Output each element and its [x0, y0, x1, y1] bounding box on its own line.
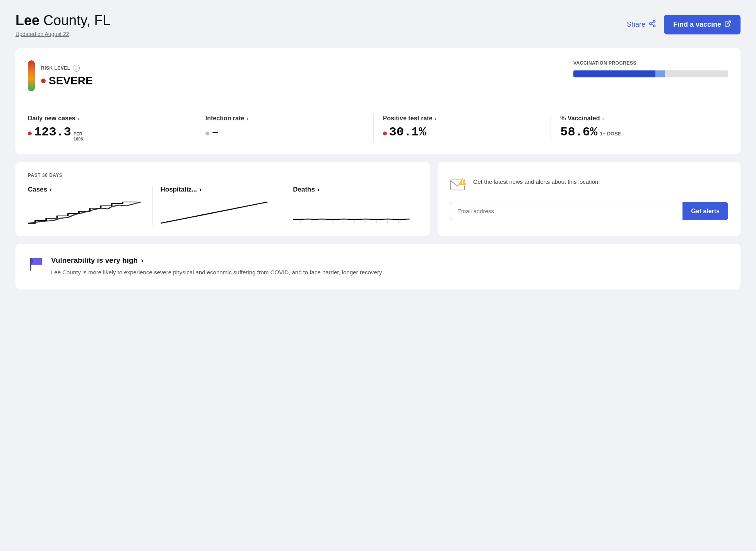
- alerts-description: Get the latest news and alerts about thi…: [473, 178, 600, 187]
- alerts-top: ! Get the latest news and alerts about t…: [450, 178, 728, 194]
- deaths-chart: Deaths ›: [293, 186, 417, 225]
- chevron-right-icon: ›: [50, 186, 52, 193]
- stat-vaccinated: % Vaccinated › 58.6% 1+ DOSE: [560, 115, 728, 142]
- svg-line-6: [161, 202, 267, 223]
- vaccination-label: VACCINATION PROGRESS: [573, 60, 728, 66]
- updated-text: Updated on August 22: [15, 31, 110, 37]
- svg-line-3: [651, 24, 653, 25]
- hospitalizations-chart-label[interactable]: Hospitaliz... ›: [161, 186, 277, 193]
- stat-infection-rate-label[interactable]: Infection rate ›: [205, 115, 364, 122]
- vulnerability-content: Vulnerability is very high › Lee County …: [51, 256, 383, 277]
- past-days-label: PAST 30 DAYS: [28, 173, 417, 178]
- external-link-icon: [724, 20, 731, 29]
- vaccinated-dose: 1+ DOSE: [600, 131, 621, 137]
- vulnerability-card: Vulnerability is very high › Lee County …: [15, 244, 741, 289]
- positive-dot: [383, 132, 387, 135]
- risk-section: RISK LEVEL i SEVERE: [28, 60, 93, 91]
- stat-daily-cases-value-row: 123.3 PER 100K: [28, 125, 186, 142]
- stat-positive-rate: Positive test rate › 30.1%: [383, 115, 551, 142]
- chevron-right-icon: ›: [435, 116, 436, 121]
- cases-chart: Cases ›: [28, 186, 153, 225]
- email-row: Get alerts: [450, 202, 728, 220]
- stat-positive-rate-label[interactable]: Positive test rate ›: [383, 115, 542, 122]
- svg-line-5: [727, 21, 730, 24]
- vaccine-label: Find a vaccine: [673, 21, 721, 29]
- risk-vaccination-row: RISK LEVEL i SEVERE VACCINATION PROGRESS: [28, 60, 728, 91]
- email-alert-icon: !: [450, 178, 467, 194]
- stat-vaccinated-value-row: 58.6% 1+ DOSE: [560, 125, 719, 139]
- hospitalizations-chart: Hospitaliz... ›: [161, 186, 286, 225]
- deaths-chart-label[interactable]: Deaths ›: [293, 186, 410, 193]
- header-right: Share Find a vaccine: [627, 15, 741, 34]
- main-stats-card: RISK LEVEL i SEVERE VACCINATION PROGRESS…: [15, 48, 741, 154]
- divider: [28, 104, 728, 104]
- cases-dot: [28, 132, 32, 135]
- positive-number: 30.1%: [389, 125, 426, 139]
- vaccination-progress-dark: [573, 70, 655, 77]
- infection-number: –: [212, 125, 219, 139]
- location-rest: County, FL: [39, 12, 110, 28]
- risk-label-text: RISK LEVEL: [41, 65, 70, 71]
- hospitalizations-chart-area: [161, 198, 277, 225]
- chevron-right-icon: ›: [78, 116, 79, 121]
- info-icon[interactable]: i: [73, 65, 80, 72]
- chevron-right-icon: ›: [141, 256, 143, 265]
- risk-label: RISK LEVEL i: [41, 65, 93, 72]
- thermometer-icon: [28, 60, 35, 91]
- cases-sub: PER 100K: [74, 132, 84, 142]
- page-header: Lee County, FL Updated on August 22 Shar…: [15, 12, 741, 37]
- risk-dot: [41, 79, 46, 83]
- stat-vaccinated-label[interactable]: % Vaccinated ›: [560, 115, 719, 122]
- svg-rect-20: [30, 258, 31, 271]
- location-bold: Lee: [15, 12, 39, 28]
- vaccination-progress-bar: [573, 70, 728, 77]
- cases-chart-area: [28, 198, 145, 225]
- infection-dot: [205, 132, 209, 135]
- get-alerts-button[interactable]: Get alerts: [682, 202, 728, 220]
- deaths-chart-area: [293, 198, 410, 225]
- stat-infection-value-row: –: [205, 125, 364, 139]
- svg-text:!: !: [462, 180, 463, 185]
- vaccinated-number: 58.6%: [560, 125, 597, 139]
- find-vaccine-button[interactable]: Find a vaccine: [664, 15, 741, 34]
- vaccination-section: VACCINATION PROGRESS: [573, 60, 728, 77]
- share-icon: [648, 20, 656, 29]
- header-left: Lee County, FL Updated on August 22: [15, 12, 110, 37]
- stats-row: Daily new cases › 123.3 PER 100K Infecti…: [28, 115, 728, 142]
- alerts-card: ! Get the latest news and alerts about t…: [438, 162, 741, 236]
- vaccination-progress-light: [655, 70, 665, 77]
- chevron-right-icon: ›: [246, 116, 248, 121]
- chevron-right-icon: ›: [602, 116, 604, 121]
- vulnerability-description: Lee County is more likely to experience …: [51, 268, 383, 277]
- stat-daily-cases: Daily new cases › 123.3 PER 100K: [28, 115, 196, 142]
- charts-row: Cases › Hospitaliz... ›: [28, 186, 417, 225]
- risk-level-text: SEVERE: [49, 75, 93, 87]
- bottom-row: PAST 30 DAYS Cases › Hos: [15, 162, 741, 236]
- share-label: Share: [627, 21, 645, 29]
- cases-number: 123.3: [34, 125, 71, 139]
- stat-positive-value-row: 30.1%: [383, 125, 542, 139]
- chevron-right-icon: ›: [317, 186, 320, 193]
- past-days-card: PAST 30 DAYS Cases › Hos: [15, 162, 430, 236]
- share-button[interactable]: Share: [627, 20, 656, 29]
- risk-info: RISK LEVEL i SEVERE: [41, 65, 93, 87]
- chevron-right-icon: ›: [199, 186, 202, 193]
- cases-chart-label[interactable]: Cases ›: [28, 186, 145, 193]
- location-title: Lee County, FL: [15, 12, 110, 29]
- stat-daily-cases-label[interactable]: Daily new cases ›: [28, 115, 186, 122]
- updated-date: August 22: [45, 31, 69, 37]
- risk-level-value: SEVERE: [41, 75, 93, 87]
- flag-icon: [28, 256, 43, 275]
- email-input[interactable]: [450, 202, 682, 220]
- svg-line-4: [651, 22, 653, 23]
- stat-infection-rate: Infection rate › –: [205, 115, 374, 142]
- vulnerability-title[interactable]: Vulnerability is very high ›: [51, 256, 383, 265]
- updated-prefix: Updated on: [15, 31, 45, 37]
